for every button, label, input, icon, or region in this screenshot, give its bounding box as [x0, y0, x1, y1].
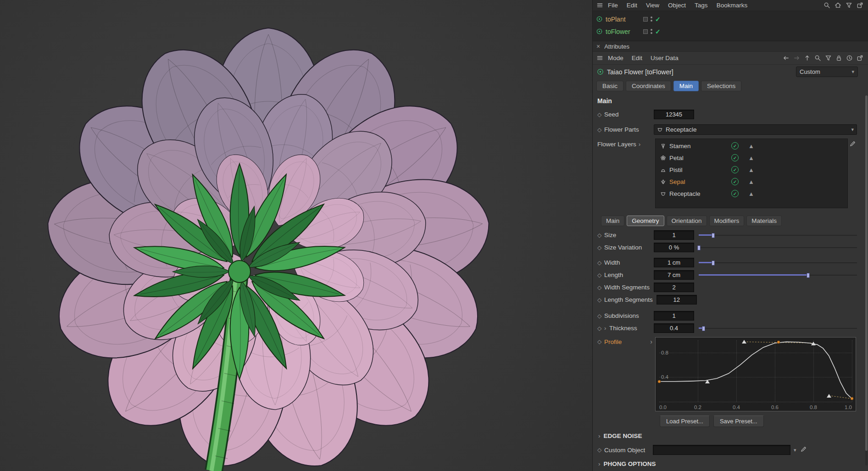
- expand-chevron-icon[interactable]: ›: [604, 325, 609, 332]
- menu-bookmarks[interactable]: Bookmarks: [712, 1, 752, 10]
- object-row-toplant[interactable]: toPlant ✓: [596, 13, 868, 25]
- length-slider[interactable]: [699, 272, 857, 279]
- enabled-check-circle-icon[interactable]: ✓: [731, 142, 739, 150]
- length-input[interactable]: 7 cm: [654, 270, 694, 280]
- seed-input[interactable]: 12345: [654, 110, 694, 119]
- keyframe-diamond-icon[interactable]: ◇: [597, 272, 604, 278]
- size-variation-slider[interactable]: [699, 244, 857, 251]
- layer-chip-icon[interactable]: [643, 17, 648, 22]
- menu-object[interactable]: Object: [664, 1, 690, 10]
- edge-noise-header[interactable]: › EDGE NOISE: [593, 429, 868, 443]
- enabled-check-circle-icon[interactable]: ✓: [731, 166, 739, 173]
- keyframe-diamond-icon[interactable]: ◇: [597, 284, 604, 291]
- thickness-slider[interactable]: [699, 325, 857, 332]
- keyframe-diamond-icon[interactable]: ◇: [597, 127, 604, 133]
- menu-view[interactable]: View: [642, 1, 663, 10]
- curve-anchor-point[interactable]: [658, 380, 661, 383]
- load-preset-button[interactable]: Load Preset...: [660, 416, 710, 427]
- width-segments-input[interactable]: 2: [654, 283, 694, 292]
- filter-icon[interactable]: [846, 2, 852, 9]
- subtab-main[interactable]: Main: [601, 216, 624, 226]
- keyframe-diamond-icon[interactable]: ◇: [597, 313, 604, 319]
- triangle-toggle-icon[interactable]: ▲: [748, 190, 754, 197]
- filter-icon[interactable]: [825, 55, 832, 61]
- visibility-dots-icon[interactable]: [651, 17, 652, 22]
- home-icon[interactable]: [835, 2, 841, 9]
- custom-object-input[interactable]: [653, 445, 790, 455]
- keyframe-diamond-icon[interactable]: ◇: [597, 244, 604, 251]
- triangle-toggle-icon[interactable]: ▲: [748, 178, 754, 185]
- edit-pen-icon[interactable]: [800, 446, 807, 453]
- 3d-viewport[interactable]: [0, 0, 592, 471]
- keyframe-diamond-icon[interactable]: ◇: [597, 111, 604, 118]
- subtab-modifiers[interactable]: Modifiers: [709, 216, 745, 226]
- triangle-toggle-icon[interactable]: ▲: [748, 166, 754, 173]
- external-window-icon[interactable]: [857, 55, 863, 61]
- subtab-geometry[interactable]: Geometry: [627, 216, 664, 226]
- layer-row-pistil[interactable]: Pistil ✓ ▲: [656, 164, 847, 176]
- tab-coordinates[interactable]: Coordinates: [626, 81, 671, 91]
- lock-icon[interactable]: [835, 55, 842, 61]
- curve-handle-point[interactable]: [827, 394, 831, 398]
- save-preset-button[interactable]: Save Preset...: [713, 416, 764, 427]
- tab-selections[interactable]: Selections: [701, 81, 741, 91]
- chevron-right-icon[interactable]: ›: [639, 141, 641, 208]
- width-slider[interactable]: [699, 259, 857, 266]
- menu-file[interactable]: File: [604, 1, 622, 10]
- panel-scrollbar[interactable]: [865, 95, 868, 465]
- forward-arrow-icon[interactable]: [793, 55, 800, 61]
- keyframe-diamond-icon[interactable]: ◇: [597, 232, 604, 238]
- enabled-checkmark-icon[interactable]: ✓: [655, 28, 661, 35]
- layer-row-petal[interactable]: Petal ✓ ▲: [656, 152, 847, 164]
- layer-row-stamen[interactable]: Stamen ✓ ▲: [656, 140, 847, 152]
- chevron-right-icon[interactable]: ›: [650, 338, 652, 345]
- phong-options-header[interactable]: › PHONG OPTIONS: [593, 457, 868, 471]
- hamburger-menu-icon[interactable]: [596, 2, 603, 9]
- keyframe-diamond-icon[interactable]: ◇: [597, 297, 604, 303]
- flower-parts-dropdown[interactable]: Receptacle ▾: [654, 124, 857, 135]
- triangle-toggle-icon[interactable]: ▲: [748, 143, 754, 150]
- size-input[interactable]: 1: [654, 230, 694, 240]
- length-segments-input[interactable]: 12: [657, 295, 697, 305]
- object-row-toflower[interactable]: toFlower ✓: [596, 25, 868, 38]
- chevron-down-icon[interactable]: ▾: [794, 447, 796, 453]
- enabled-check-circle-icon[interactable]: ✓: [731, 154, 739, 161]
- curve-anchor-point[interactable]: [851, 397, 854, 400]
- enabled-check-circle-icon[interactable]: ✓: [731, 178, 739, 185]
- hamburger-menu-icon[interactable]: [596, 55, 603, 61]
- thickness-input[interactable]: 0.4: [654, 323, 694, 333]
- edit-pen-icon[interactable]: [849, 140, 856, 147]
- curve-handle-point[interactable]: [742, 340, 746, 344]
- subtab-orientation[interactable]: Orientation: [667, 216, 707, 226]
- back-arrow-icon[interactable]: [783, 55, 790, 61]
- size-slider[interactable]: [699, 232, 857, 239]
- enabled-checkmark-icon[interactable]: ✓: [655, 16, 661, 23]
- keyframe-diamond-icon[interactable]: ◇: [597, 447, 604, 453]
- curve-handle-point[interactable]: [705, 380, 710, 383]
- layer-row-receptacle[interactable]: Receptacle ✓ ▲: [656, 188, 847, 199]
- object-name[interactable]: toPlant: [606, 16, 640, 23]
- keyframe-diamond-icon[interactable]: ◇: [597, 325, 604, 332]
- size-variation-input[interactable]: 0 %: [654, 243, 694, 252]
- triangle-toggle-icon[interactable]: ▲: [748, 155, 754, 161]
- layer-chip-icon[interactable]: [643, 29, 648, 34]
- menu-tags[interactable]: Tags: [690, 1, 712, 10]
- keyframe-diamond-icon[interactable]: ◇: [597, 260, 604, 266]
- subdivisions-input[interactable]: 1: [654, 311, 694, 321]
- menu-edit[interactable]: Edit: [623, 1, 641, 10]
- enabled-check-circle-icon[interactable]: ✓: [731, 190, 739, 197]
- edit-menu[interactable]: Edit: [628, 54, 646, 62]
- mode-menu[interactable]: Mode: [604, 54, 627, 62]
- tab-main[interactable]: Main: [673, 81, 699, 91]
- attributes-tab-label[interactable]: Attributes: [604, 43, 629, 50]
- curve-handle-point[interactable]: [811, 342, 816, 345]
- layer-row-sepal[interactable]: Sepal ✓ ▲: [656, 176, 847, 188]
- external-window-icon[interactable]: [857, 2, 863, 9]
- curve-anchor-point[interactable]: [777, 341, 780, 344]
- history-icon[interactable]: [846, 55, 853, 61]
- visibility-dots-icon[interactable]: [651, 29, 652, 34]
- keyframe-diamond-icon[interactable]: ◇: [597, 338, 604, 345]
- profile-curve-editor[interactable]: 0.8 0.4 0.0 0.2 0.4 0.6 0.8 1.0: [655, 337, 856, 411]
- up-arrow-icon[interactable]: [804, 55, 811, 61]
- search-icon[interactable]: [823, 2, 830, 9]
